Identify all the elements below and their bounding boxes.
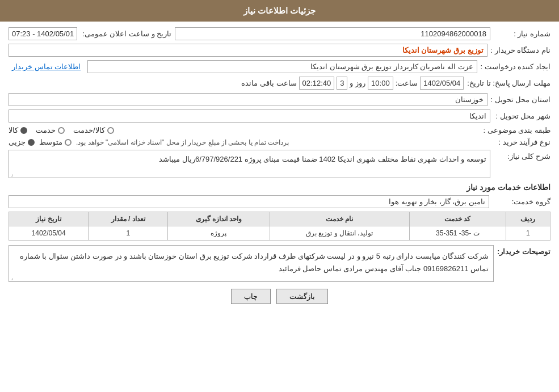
service-group-label: گروه خدمت: [494,197,550,206]
process-motavaset-item: متوسط [39,138,72,146]
table-row: 1 ت -35- 351-35 تولید، انتقال و توزیع بر… [9,226,550,241]
process-note: پرداخت تمام یا بخشی از مبلغ خریدار از مح… [76,138,289,146]
page-title: جزئیات اطلاعات نیاز [0,0,559,22]
city-value: اندیکا [9,109,490,123]
description-value: توسعه و احداث شهری نقاط مختلف شهری اندیک… [9,150,490,178]
category-kala-label: کالا [9,126,18,134]
contact-link[interactable]: اطلاعات تماس خریدار [9,61,84,73]
col-header-name: نام خدمت [270,212,409,226]
category-kala-khadamat-label: کالا/خدمت [73,126,105,134]
category-kala-item: کالا [9,126,27,134]
buyer-org-value: توزیع برق شهرستان اندیکا [9,44,487,57]
cell-service-name: تولید، انتقال و توزیع برق [270,226,409,241]
deadline-remaining: 02:12:40 [299,77,335,90]
col-header-code: کد خدمت [409,212,506,226]
category-khadamat-item: خدمت [36,126,65,134]
buyer-org-label: نام دستگاه خریدار : [491,46,550,54]
category-label: طبقه بندی موضوعی : [484,126,550,134]
province-label: استان محل تحویل : [491,95,550,104]
buyer-notes-label: توصیحات خریدار: [497,247,550,256]
cell-code: ت -35- 351-35 [409,226,506,241]
process-jozi-radio[interactable] [28,139,35,146]
service-group-value: تامین برق، گاز، بخار و تهویه هوا [9,195,489,208]
category-kala-khadamat-item: کالا/خدمت [73,126,114,134]
deadline-label: مهلت ارسال پاسخ: تا تاریخ: [467,79,550,87]
need-number-value: 1102094862000018 [175,27,490,40]
buyer-notes-value: شرکت کنندگان میابست دارای رتبه 5 نیرو و … [9,245,494,282]
category-kala-khadamat-radio[interactable] [107,127,114,134]
category-khadamat-radio[interactable] [58,127,65,134]
col-header-qty: تعداد / مقدار [89,212,168,226]
col-header-row: ردیف [506,212,550,226]
deadline-date: 1402/05/04 [420,77,464,90]
col-header-date: تاریخ نیاز [9,212,89,226]
deadline-time-label: ساعت: [396,79,418,87]
process-jozi-label: جزیی [9,138,26,146]
col-header-unit: واحد اندازه گیری [168,212,270,226]
deadline-time: 10:00 [368,77,393,90]
description-label: شرح کلی نیاز: [494,152,550,161]
print-button[interactable]: چاپ [231,289,271,304]
creator-value: عزت اله ناصریان کاربرداز توزیع برق شهرست… [87,60,477,73]
services-table: ردیف کد خدمت نام خدمت واحد اندازه گیری ت… [9,212,550,241]
cell-row-num: 1 [506,226,550,241]
need-number-label: شماره نیاز : [494,29,550,38]
remarks-resize-handle: ⌟ [11,275,14,281]
button-row: بازگشت چاپ [9,289,550,304]
resize-handle: ⌟ [11,171,14,177]
services-section-title: اطلاعات خدمات مورد نیاز [9,183,550,192]
deadline-remaining-label: ساعت باقی مانده [241,79,296,87]
process-motavaset-radio[interactable] [65,139,72,146]
process-jozi-item: جزیی [9,138,35,146]
creator-label: ایجاد کننده درخواست : [481,62,550,71]
process-radio-group: پرداخت تمام یا بخشی از مبلغ خریدار از مح… [9,138,490,146]
deadline-days-label: روز و [350,79,365,87]
process-motavaset-label: متوسط [39,138,62,146]
back-button[interactable]: بازگشت [276,289,328,304]
province-value: خوزستان [9,93,487,106]
announce-value: 1402/05/01 - 07:23 [9,27,77,40]
category-khadamat-label: خدمت [36,126,56,134]
category-radio-group: کالا/خدمت خدمت کالا [9,126,480,134]
cell-qty: 1 [89,226,168,241]
announce-label: تاریخ و ساعت اعلان عمومی: [81,29,171,38]
deadline-days: 3 [337,77,347,90]
city-label: شهر محل تحویل : [494,112,550,120]
cell-date: 1402/05/04 [9,226,89,241]
cell-unit: پروژه [168,226,270,241]
process-label: نوع فرآیند خرید : [494,138,550,146]
category-kala-radio[interactable] [20,127,27,134]
